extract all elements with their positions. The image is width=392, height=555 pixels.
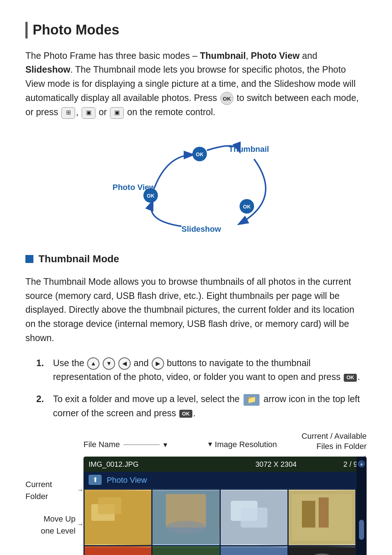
bold-thumbnail: Thumbnail <box>200 50 246 61</box>
thumb-1 <box>85 490 151 546</box>
thumb-3 <box>221 490 287 546</box>
list-item-2: 2. To exit a folder and move up a level,… <box>36 392 367 420</box>
thumbnail-mode-body: The Thumbnail Mode allows you to browse … <box>25 275 367 345</box>
remote-icon-photo: ▣ <box>82 107 95 119</box>
nav-left-icon: ◀ <box>118 357 131 370</box>
bold-slideshow: Slideshow <box>25 64 70 74</box>
folder-arrow-icon: 📁 <box>244 394 260 406</box>
folder-back-arrow: ⬆ <box>89 475 102 485</box>
thumb-2-svg <box>152 490 219 546</box>
ok-small-1: OK <box>344 374 357 382</box>
ok-text-left: OK <box>147 193 155 199</box>
thumb-5-svg <box>85 546 151 555</box>
list-item-1: 1. Use the ▲ ▼ ◀ and ▶ buttons to naviga… <box>36 356 367 384</box>
remote-icon-grid: ⊞ <box>61 107 75 119</box>
file-name-label: File Name ▼ <box>83 438 168 450</box>
device-screen: IMG_0012.JPG 3072 X 2304 2 / 90 ⬆ Photo … <box>83 457 367 555</box>
nav-right-icon: ▶ <box>152 357 164 370</box>
move-up-text: Move Upone Level <box>41 513 75 537</box>
thumb-1-svg <box>85 490 151 546</box>
thumb-4-svg <box>289 490 355 546</box>
list-num-1: 1. <box>36 356 47 370</box>
section-indicator <box>25 255 33 263</box>
topbar-filename: IMG_0012.JPG <box>89 459 209 470</box>
current-folder-label-entry: Current Folder → <box>25 478 83 502</box>
svg-point-5 <box>166 521 206 534</box>
svg-rect-13 <box>85 547 151 555</box>
slideshow-label: Slideshow <box>181 224 221 234</box>
top-labels-row: File Name ▼ ▼ Image Resolution Current /… <box>83 431 367 457</box>
file-name-arrow: ▼ <box>162 441 169 448</box>
image-res-arrow: ▼ <box>207 439 213 449</box>
move-up-label-entry: Move Upone Level → <box>41 513 83 537</box>
nav-up-icon: ▲ <box>87 357 99 370</box>
arrow-slideshow-to-photoview <box>151 202 181 226</box>
ok-button-icon: OK <box>220 92 233 105</box>
thumbnail-mode-heading: Thumbnail Mode <box>25 251 367 267</box>
thumb-3-svg <box>221 490 287 546</box>
thumb-8-svg <box>289 546 355 555</box>
list-content-1: Use the ▲ ▼ ◀ and ▶ buttons to navigate … <box>53 356 367 384</box>
thumb-6-svg <box>152 546 219 555</box>
file-name-line <box>123 445 160 445</box>
thumb-4 <box>289 490 355 546</box>
ok-text-right: OK <box>243 204 251 210</box>
mode-diagram: Thumbnail Photo View Slideshow OK OK OK <box>25 134 367 235</box>
device-topbar: IMG_0012.JPG 3072 X 2304 2 / 90 <box>83 457 367 472</box>
ok-small-2: OK <box>179 410 192 418</box>
svg-rect-2 <box>98 497 121 514</box>
list-num-2: 2. <box>36 392 47 406</box>
thumb-2 <box>152 490 219 546</box>
scroll-up-arrow: ▲ <box>358 460 365 467</box>
section-title: Thumbnail Mode <box>38 251 119 267</box>
remote-icon-slide: ▣ <box>110 107 124 119</box>
instructions-list: 1. Use the ▲ ▼ ◀ and ▶ buttons to naviga… <box>36 356 367 420</box>
device-scrollbar: ▲ ▼ <box>356 457 367 555</box>
ok-text-top: OK <box>196 151 204 157</box>
thumb-8 <box>289 546 355 555</box>
thumb-5 <box>85 546 151 555</box>
move-up-arrow: → <box>77 520 83 530</box>
folder-row: ⬆ Photo View <box>83 472 367 489</box>
svg-rect-16 <box>152 547 219 555</box>
intro-paragraph: The Photo Frame has three basic modes – … <box>25 49 367 119</box>
svg-rect-12 <box>319 497 329 527</box>
screenshot-area: File Name ▼ ▼ Image Resolution Current /… <box>25 431 367 555</box>
screen-and-side-labels: Current Folder → Move Upone Level → IMG_… <box>25 457 367 555</box>
current-avail-label-text: Current / AvailableFiles in Folder <box>302 432 367 451</box>
topbar-resolution: 3072 X 2304 <box>216 459 336 470</box>
image-res-label: ▼ Image Resolution <box>207 438 277 450</box>
arrow-photoview-to-ok <box>154 155 192 188</box>
thumbnails-grid: ? <box>83 489 356 555</box>
mode-diagram-svg: Thumbnail Photo View Slideshow OK OK OK <box>94 134 298 235</box>
list-content-2: To exit a folder and move up a level, se… <box>53 392 367 420</box>
arrow-thumbnail-to-slideshow <box>240 159 266 224</box>
thumb-7: ? <box>221 546 287 555</box>
current-folder-arrow: → <box>77 485 83 495</box>
current-folder-text: Current Folder <box>25 478 75 502</box>
scroll-thumb <box>359 520 364 540</box>
folder-name: Photo View <box>107 474 147 486</box>
nav-down-icon: ▼ <box>103 357 115 370</box>
svg-rect-11 <box>302 501 315 527</box>
svg-rect-19 <box>221 547 287 555</box>
file-name-label-text: File Name <box>83 440 120 449</box>
thumb-7-svg: ? <box>221 546 287 555</box>
left-labels-col: Current Folder → Move Upone Level → <box>25 457 83 555</box>
page-title: Photo Modes <box>25 22 367 39</box>
thumb-6 <box>152 546 219 555</box>
image-res-label-text: Image Resolution <box>215 438 277 450</box>
svg-rect-8 <box>241 507 268 527</box>
bold-photo-view: Photo View <box>251 50 299 61</box>
